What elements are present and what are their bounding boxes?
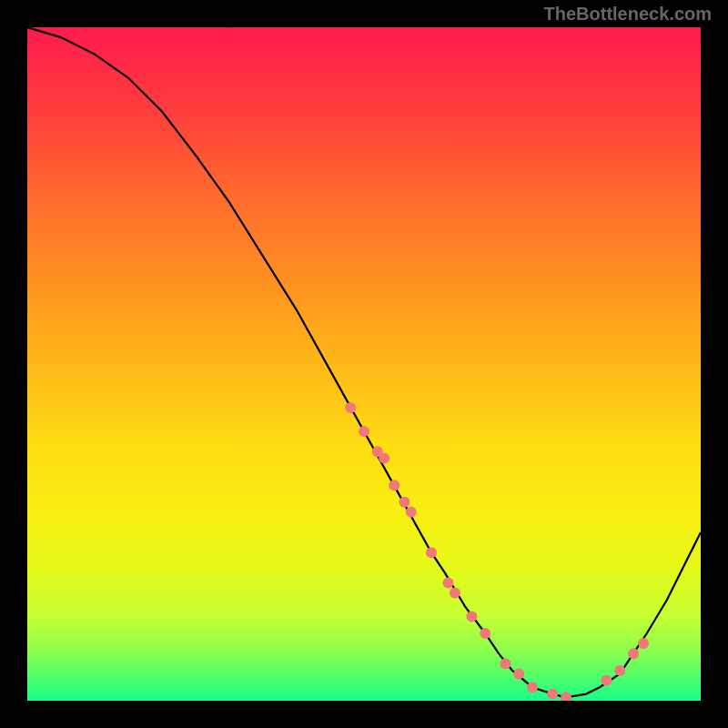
curve-marker (399, 497, 410, 508)
curve-marker (614, 665, 625, 676)
chart-plot-area (27, 27, 701, 701)
chart-svg (27, 27, 701, 701)
curve-marker (379, 453, 389, 464)
curve-marker (389, 480, 399, 490)
curve-marker (638, 638, 649, 649)
curve-marker (406, 507, 417, 518)
curve-marker (561, 692, 571, 701)
curve-marker (527, 682, 538, 693)
curve-marker (450, 588, 460, 599)
curve-marker (359, 426, 369, 437)
curve-marker (513, 668, 524, 679)
curve-marker (480, 628, 490, 639)
curve-marker (426, 547, 437, 558)
curve-line (27, 27, 701, 697)
curve-marker (345, 402, 356, 413)
curve-marker (500, 658, 511, 669)
curve-marker (547, 689, 558, 700)
curve-marker (601, 675, 612, 686)
curve-markers-group (345, 402, 649, 701)
curve-marker (443, 578, 454, 589)
watermark-text: TheBottleneck.com (544, 4, 712, 25)
curve-marker (466, 612, 477, 622)
curve-marker (628, 648, 639, 659)
